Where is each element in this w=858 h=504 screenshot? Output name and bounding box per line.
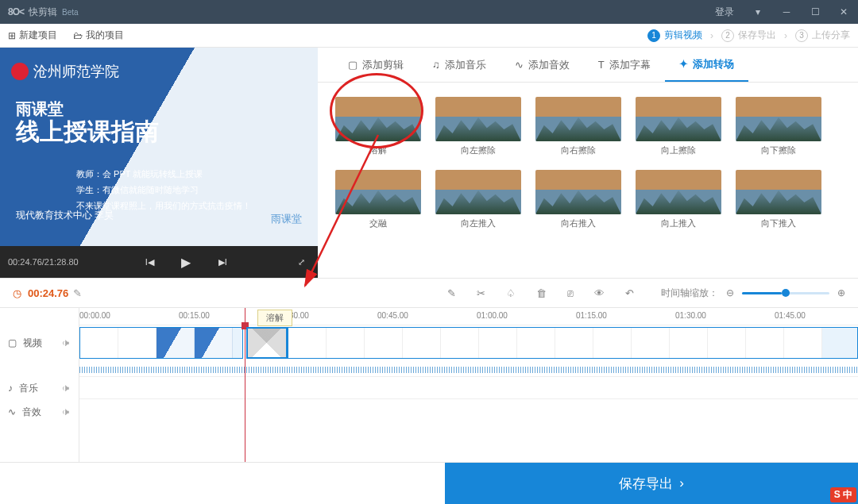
transition-item[interactable]: 向右擦除 (535, 97, 621, 154)
transition-label: 向下推入 (736, 217, 821, 229)
preview-panel: 沧州师范学院 雨课堂 线上授课指南 教师：会 PPT 就能玩转线上授课 学生：有… (0, 48, 318, 278)
effects-tabs: ▢添加剪辑 ♫添加音乐 ∿添加音效 T添加字幕 ✦添加转场 (318, 48, 858, 83)
transition-label: 溶解 (335, 144, 421, 156)
tab-caption[interactable]: T添加字幕 (584, 48, 665, 82)
preview-controls: 00:24.76/21:28.80 I◀ ▶ ▶I ⤢ (0, 246, 318, 278)
transition-item[interactable]: 交融 (335, 170, 421, 227)
toolbar: ⊞ 新建项目 🗁 我的项目 1剪辑视频 › 2保存导出 › 3上传分享 (0, 24, 858, 48)
clip-2[interactable] (288, 327, 858, 359)
transition-item[interactable]: 向下推入 (736, 170, 821, 227)
new-project-button[interactable]: ⊞ 新建项目 (8, 29, 57, 42)
folder-icon: 🗁 (73, 30, 83, 41)
eye-icon[interactable]: 👁 (594, 287, 605, 299)
transition-label: 向上推入 (636, 217, 721, 229)
next-clip-icon[interactable]: ▶I (214, 257, 230, 267)
transition-label: 向下擦除 (736, 144, 821, 156)
transition-item[interactable]: 向上推入 (636, 170, 721, 227)
login-link[interactable]: 登录 (705, 6, 744, 19)
ruler-tick: 00:45.00 (377, 311, 408, 320)
transition-label: 交融 (335, 217, 421, 229)
track-label-video: ▢视频 🕩 (0, 308, 79, 356)
close-icon[interactable]: ✕ (829, 0, 858, 24)
sfx-track[interactable] (79, 398, 858, 421)
clock-icon: ◷ (13, 287, 21, 299)
effects-panel: ▢添加剪辑 ♫添加音乐 ∿添加音效 T添加字幕 ✦添加转场 溶解向左擦除向右擦除… (318, 48, 858, 278)
fullscreen-icon[interactable]: ⤢ (294, 257, 310, 267)
video-track[interactable] (79, 325, 858, 364)
transition-item[interactable]: 向右推入 (535, 170, 621, 227)
transition-label: 向右擦除 (535, 144, 621, 156)
star-icon: ✦ (679, 58, 688, 70)
speaker-icon[interactable]: 🕩 (61, 406, 71, 417)
waveform (79, 364, 858, 376)
preview-canvas[interactable]: 沧州师范学院 雨课堂 线上授课指南 教师：会 PPT 就能玩转线上授课 学生：有… (0, 48, 318, 246)
zoom-slider[interactable] (742, 292, 829, 294)
export-button[interactable]: 保存导出› (445, 463, 858, 504)
titlebar: 8O< 快剪辑 Beta 登录 ▾ ─ ☐ ✕ (0, 0, 858, 24)
transition-label: 向左擦除 (435, 144, 521, 156)
transition-label: 向左推入 (435, 217, 521, 229)
transition-item[interactable]: 溶解 (335, 97, 421, 154)
workflow-steps: 1剪辑视频 › 2保存导出 › 3上传分享 (647, 29, 850, 42)
ruler-tick: 01:45.00 (775, 311, 806, 320)
track-label-sfx: ∿音效 🕩 (0, 400, 79, 424)
transition-drop[interactable] (246, 327, 288, 359)
tab-clip[interactable]: ▢添加剪辑 (334, 48, 418, 82)
pencil-icon[interactable]: ✎ (447, 287, 456, 299)
bell-icon[interactable]: ♤ (506, 287, 516, 299)
minimize-icon[interactable]: ─ (772, 0, 801, 24)
text-icon: T (598, 59, 605, 71)
dropdown-icon[interactable]: ▾ (744, 0, 772, 24)
transition-item[interactable]: 向下擦除 (736, 97, 821, 154)
music-icon: ♫ (432, 59, 440, 71)
trash-icon[interactable]: 🗑 (536, 287, 547, 299)
wave-icon: ∿ (8, 406, 16, 417)
step-edit[interactable]: 1剪辑视频 (647, 29, 702, 42)
zoom-in-icon[interactable]: ⊕ (837, 287, 845, 298)
step-export[interactable]: 2保存导出 (721, 29, 776, 42)
zoom-label: 时间轴缩放： (661, 287, 718, 300)
track-label-audio: ♪音乐 🕩 (0, 376, 79, 400)
zoom-out-icon[interactable]: ⊖ (726, 287, 734, 298)
crop-icon: ▢ (348, 59, 358, 71)
step-upload[interactable]: 3上传分享 (795, 29, 850, 42)
playhead-time: 00:24.76 (28, 287, 68, 299)
ruler-tick: 01:15.00 (576, 311, 607, 320)
transition-item[interactable]: 向左擦除 (435, 97, 521, 154)
timeline-toolbar: ◷ 00:24.76 ✎ ✎ ✂ ♤ 🗑 ⎚ 👁 ↶ 时间轴缩放： ⊖ ⊕ (0, 278, 858, 308)
preview-time: 00:24.76/21:28.80 (8, 257, 79, 267)
transition-tooltip: 溶解 (257, 310, 292, 326)
audio-track[interactable] (79, 376, 858, 398)
ruler-tick: 00:15.00 (179, 311, 210, 320)
chevron-right-icon: › (679, 475, 684, 491)
sfx-icon: ∿ (515, 59, 524, 71)
transition-item[interactable]: 向上擦除 (636, 97, 721, 154)
timeline-content[interactable]: 00:00.0000:15.0000:30.0000:45.0001:00.00… (79, 308, 858, 462)
video-icon: ▢ (8, 337, 17, 348)
app-logo: 8O< 快剪辑 Beta (0, 6, 87, 19)
scissors-icon[interactable]: ✂ (477, 287, 485, 299)
timeline: ▢视频 🕩 ♪音乐 🕩 ∿音效 🕩 00:00.0000:15.0000:30.… (0, 308, 858, 463)
tab-music[interactable]: ♫添加音乐 (418, 48, 500, 82)
ruler-tick: 01:30.00 (675, 311, 706, 320)
undo-icon[interactable]: ↶ (625, 287, 634, 299)
transition-label: 向右推入 (535, 217, 621, 229)
play-icon[interactable]: ▶ (178, 255, 194, 270)
speaker-icon[interactable]: 🕩 (61, 337, 71, 348)
my-projects-button[interactable]: 🗁 我的项目 (73, 29, 124, 42)
playhead[interactable] (245, 308, 245, 462)
speaker-icon[interactable]: 🕩 (61, 383, 71, 394)
ime-badge: S 中 (830, 487, 856, 502)
plus-icon: ⊞ (8, 30, 16, 41)
tab-sfx[interactable]: ∿添加音效 (500, 48, 584, 82)
ruler-tick: 01:00.00 (477, 311, 508, 320)
maximize-icon[interactable]: ☐ (801, 0, 829, 24)
tab-transition[interactable]: ✦添加转场 (665, 48, 748, 82)
transition-item[interactable]: 向左推入 (435, 170, 521, 227)
prev-clip-icon[interactable]: I◀ (141, 257, 157, 267)
clip-1[interactable] (79, 327, 243, 359)
edit-time-icon[interactable]: ✎ (73, 287, 82, 299)
fx-icon[interactable]: ⎚ (567, 287, 574, 299)
music-note-icon: ♪ (8, 383, 13, 394)
ruler-tick: 00:00.00 (79, 311, 110, 320)
